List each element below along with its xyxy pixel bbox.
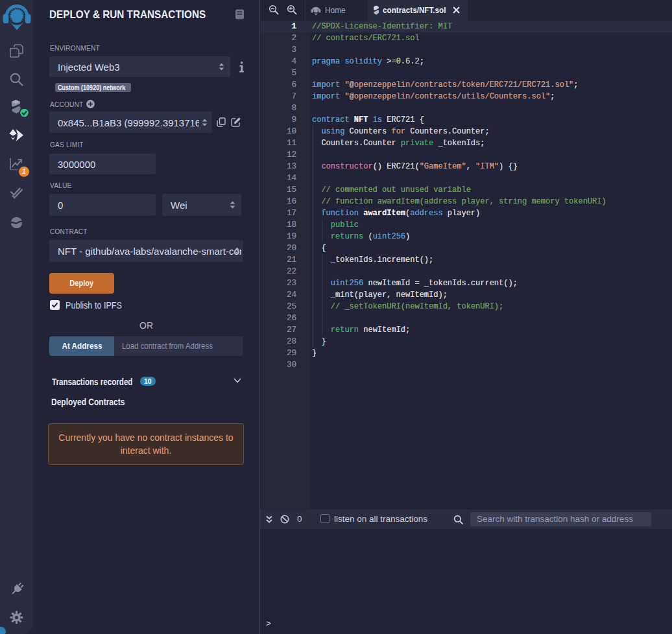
svg-text:1: 1 xyxy=(22,168,26,175)
